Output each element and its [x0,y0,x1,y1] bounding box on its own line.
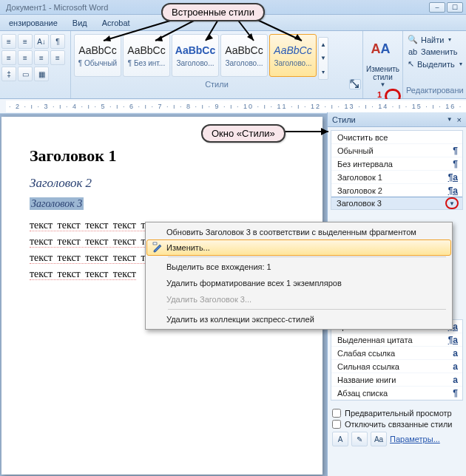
editing-group-label: Редактировани [406,86,463,95]
style-chip-heading2[interactable]: AaBbCc Заголово... [220,34,268,77]
style-context-menu: Обновить Заголовок 3 в соответствии с вы… [145,222,453,330]
style-item-subtle-ref[interactable]: Слабая ссылкаa [331,347,462,360]
gallery-more-button[interactable]: ▲▼▾ [318,37,328,80]
binoculars-icon: 🔍 [408,35,418,44]
style-item-list-para[interactable]: Абзац списка¶ [331,387,462,400]
replace-button[interactable]: ab Заменить [406,47,463,57]
indent-button[interactable]: ≡ [18,34,33,49]
shading-button[interactable]: ▭ [18,67,33,81]
dialog-launcher-icon [350,79,360,89]
outdent-button[interactable]: ≡ [1,34,16,49]
modify-icon [150,240,166,255]
select-button[interactable]: ↖ Выделить▾ [406,58,463,69]
callout-builtin-styles: Встроенные стили [161,3,265,21]
minimize-button[interactable]: – [429,2,445,13]
change-styles-icon: AA [371,41,395,65]
maximize-button[interactable]: ☐ [447,2,463,13]
style-item-book-title[interactable]: Название книгиa [331,373,462,387]
annotation-circle-dropdown: ▼ [445,197,459,209]
style-item-heading1[interactable]: Заголовок 1¶a [331,171,462,184]
svg-rect-0 [153,242,157,245]
replace-icon: ab [408,47,418,56]
style-item-nospacing[interactable]: Без интервала¶ [331,157,462,171]
ctx-delete-style: Удалить Заголовок 3... [147,291,450,307]
preview-checkbox[interactable]: Предварительный просмотр [332,409,462,418]
sort-button[interactable]: A↓ [34,34,49,49]
style-item-heading2[interactable]: Заголовок 2¶a [331,184,462,197]
clear-all-item[interactable]: Очистить все [331,131,462,144]
style-gallery: AaBbCc ¶ Обычный AaBbCc ¶ Без инт... AaB… [71,31,362,80]
ruler[interactable]: · 2 · ı · 3 · ı · 4 · ı · 5 · ı · 6 · ı … [0,99,466,114]
styles-pane-footer: Предварительный просмотр Отключить связа… [328,404,466,449]
new-style-button[interactable]: A [332,432,348,446]
ctx-select-all[interactable]: Выделить все вхождения: 1 [147,259,450,275]
tab-acrobat[interactable]: Acrobat [95,16,138,30]
tab-view[interactable]: Вид [65,16,95,30]
paragraph-group: ≡ ≡ A↓ ¶ ≡ ≡ ≡ ≡ ‡ ▭ ▦ [0,31,71,98]
styles-group-label: Стили [71,80,362,89]
align-justify-button[interactable]: ≡ [50,50,65,65]
style-item-normal[interactable]: Обычный¶ [331,144,462,157]
style-chip-heading3[interactable]: AaBbCc Заголово... [269,34,317,77]
styles-launcher-button[interactable] [349,79,361,89]
style-chip-normal[interactable]: AaBbCc ¶ Обычный [74,34,121,77]
callout-styles-pane: Окно «Стили» [201,124,286,143]
align-center-button[interactable]: ≡ [18,50,33,65]
align-right-button[interactable]: ≡ [34,50,49,65]
styles-list-top: Очистить все Обычный¶ Без интервала¶ Заг… [331,130,463,210]
show-marks-button[interactable]: ¶ [50,34,65,49]
borders-button[interactable]: ▦ [34,67,49,81]
style-item-intense-quote[interactable]: Выделенная цитата¶a [331,333,462,347]
style-item-heading3[interactable]: Заголовок 3 ▼ [331,197,463,210]
style-inspector-button[interactable]: ✎ [351,432,368,446]
style-item-intense-ref[interactable]: Сильная ссылкаa [331,360,462,373]
heading-3-selected[interactable]: Заголовок 3 [30,197,84,210]
style-chip-heading1[interactable]: AaBbCc Заголово... [172,34,219,77]
disable-linked-checkbox[interactable]: Отключить связанные стили [332,420,462,429]
styles-list-bottom: Цитата 2¶a Выделенная цитата¶a Слабая сс… [331,319,463,401]
tab-review[interactable]: ензирование [1,16,65,30]
manage-styles-button[interactable]: Aa [371,432,387,446]
ctx-modify[interactable]: Изменить... [146,239,451,256]
heading-2[interactable]: Заголовок 2 [30,176,300,191]
change-styles[interactable]: AA Изменить стили ▼ [362,31,402,98]
styles-pane-title: Стили ▼ × [328,112,466,127]
chevron-down-icon: ▼ [380,81,386,88]
style-chip-nospacing[interactable]: AaBbCc ¶ Без инт... [123,34,170,77]
options-link[interactable]: Параметры... [390,435,440,443]
ctx-remove-format[interactable]: Удалить форматирование всех 1 экземпляро… [147,275,450,291]
align-left-button[interactable]: ≡ [1,50,16,65]
annotation-number-1: 1 [377,90,382,99]
find-button[interactable]: 🔍 Найти▾ [406,34,463,45]
editing-group: 🔍 Найти▾ ab Заменить ↖ Выделить▾ Редакти… [402,31,466,98]
line-spacing-button[interactable]: ‡ [1,67,16,81]
styles-group: AaBbCc ¶ Обычный AaBbCc ¶ Без инт... AaB… [71,31,362,98]
close-pane-icon[interactable]: × [457,115,462,124]
ctx-remove-from-gallery[interactable]: Удалить из коллекции экспресс-стилей [147,311,450,327]
app-title: Microsoft Word [54,3,109,12]
heading-1[interactable]: Заголовок 1 [30,146,300,166]
ctx-update-to-match[interactable]: Обновить Заголовок 3 в соответствии с вы… [147,224,450,240]
pane-menu-icon[interactable]: ▼ [447,116,453,123]
cursor-icon: ↖ [408,59,414,69]
document-title: Документ1 [6,3,47,12]
